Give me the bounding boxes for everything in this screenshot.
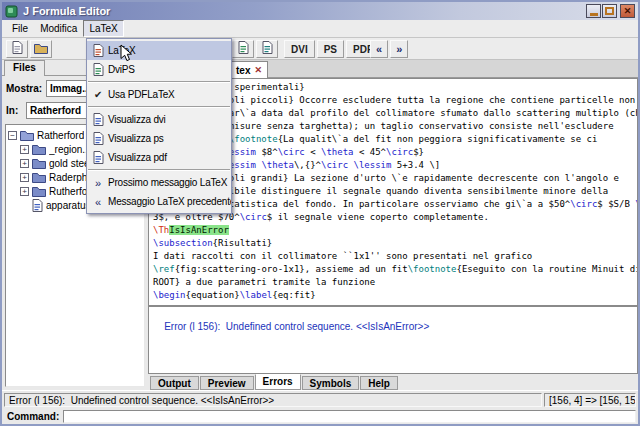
menu-separator bbox=[88, 81, 230, 83]
menu-item-label: Visualizza dvi bbox=[106, 114, 166, 125]
code-line: \ref{fig:scattering-oro-1x1}, assieme ad… bbox=[153, 263, 637, 276]
code-line: \subsection{Risultati} bbox=[153, 237, 637, 250]
app-window: J Formula Editor ✕ FileModificaLaTeX DVI… bbox=[0, 0, 640, 426]
menu-item-messaggio-latex-precedente[interactable]: «Messaggio LaTeX precedente bbox=[87, 192, 231, 211]
maximize-button[interactable] bbox=[602, 4, 617, 18]
code-text: $ $S/B bbox=[597, 199, 635, 209]
code-text: \lessim bbox=[354, 160, 392, 170]
code-text: \footnote bbox=[408, 264, 457, 274]
titlebar[interactable]: J Formula Editor ✕ bbox=[2, 2, 638, 20]
toolbar-ps-button[interactable]: PS bbox=[317, 40, 344, 58]
tree-expand-handle[interactable]: + bbox=[20, 173, 29, 182]
code-line: \ThIsIsAnError bbox=[153, 224, 637, 237]
toolbar-previous-message-button[interactable]: « bbox=[370, 40, 388, 58]
dvips-file-icon bbox=[90, 63, 106, 76]
toolbar-run-dvips-button[interactable] bbox=[256, 40, 278, 58]
code-text: \theta bbox=[261, 160, 294, 170]
menu-item-label: Prossimo messaggio LaTeX bbox=[106, 177, 227, 188]
code-text: {equation} bbox=[186, 290, 240, 300]
editor-tab-label: tex bbox=[236, 65, 250, 76]
status-selection-range: [156, 4] => [156, 15] bbox=[544, 393, 636, 407]
menu-item-label: Usa PDFLaTeX bbox=[106, 89, 175, 100]
error-output[interactable]: Error (l 156): Undefined control sequenc… bbox=[148, 306, 638, 374]
menu-latex[interactable]: LaTeX bbox=[83, 20, 123, 37]
bottom-tabbar: OutputPreviewErrorsSymbolsHelp bbox=[148, 374, 638, 390]
folder-icon bbox=[32, 158, 46, 169]
tree-expand-handle[interactable]: + bbox=[20, 159, 29, 168]
tab-help[interactable]: Help bbox=[360, 376, 398, 390]
menu-item-visualizza-pdf[interactable]: Visualizza pdf bbox=[87, 148, 231, 167]
menu-separator bbox=[88, 106, 230, 108]
tab-errors[interactable]: Errors bbox=[255, 374, 301, 390]
code-text: {Angoli grandi} La sezione d'urto \`e ra… bbox=[207, 173, 619, 183]
toolbar-next-message-button[interactable]: » bbox=[390, 40, 408, 58]
latex-dropdown-menu: LaTeXDviPS✔Usa PDFLaTeXVisualizza dviVis… bbox=[86, 38, 232, 214]
code-line: ROOT} a due parametri tramite la funzion… bbox=[153, 276, 637, 289]
code-text: \circ bbox=[386, 147, 413, 157]
tree-collapse-handle[interactable]: − bbox=[8, 131, 17, 140]
tab-output[interactable]: Output bbox=[150, 376, 199, 390]
code-text: \ref bbox=[153, 264, 175, 274]
tab-files[interactable]: Files bbox=[4, 60, 45, 76]
close-tab-icon[interactable]: ✕ bbox=[254, 66, 262, 75]
folder-icon bbox=[32, 144, 46, 155]
toolbar-file-group bbox=[6, 39, 52, 59]
next-arrows-icon: » bbox=[90, 177, 106, 189]
check-icon: ✔ bbox=[90, 89, 106, 100]
code-text: {Eseguito con la routine Minuit di bbox=[456, 264, 638, 274]
tab-symbols[interactable]: Symbols bbox=[302, 376, 360, 390]
tree-expand-handle[interactable]: + bbox=[20, 187, 29, 196]
menu-item-prossimo-messaggio-latex[interactable]: »Prossimo messaggio LaTeX bbox=[87, 173, 231, 192]
menu-item-label: Visualizza pdf bbox=[106, 152, 167, 163]
menu-item-label: DviPS bbox=[106, 64, 135, 75]
minimize-button[interactable] bbox=[586, 4, 601, 18]
tree-item-label: _region... bbox=[49, 144, 91, 155]
toolbar-dvi-button[interactable]: DVI bbox=[284, 40, 315, 58]
toolbar-new-button[interactable] bbox=[6, 40, 28, 58]
code-text: \begin bbox=[153, 290, 186, 300]
maximize-icon bbox=[605, 7, 614, 15]
command-label: Command: bbox=[4, 411, 59, 422]
menu-item-visualizza-dvi[interactable]: Visualizza dvi bbox=[87, 110, 231, 129]
view-file-icon bbox=[90, 113, 106, 126]
latex-file-icon bbox=[90, 44, 106, 57]
menu-item-visualizza-ps[interactable]: Visualizza ps bbox=[87, 129, 231, 148]
menu-item-label: Visualizza ps bbox=[106, 133, 164, 144]
code-text: \,{}^ bbox=[294, 160, 321, 170]
mostra-label: Mostra: bbox=[6, 83, 42, 94]
menu-file[interactable]: File bbox=[6, 20, 34, 37]
close-button[interactable]: ✕ bbox=[620, 4, 635, 18]
menubar: FileModificaLaTeX bbox=[2, 20, 638, 38]
toolbar-nav-group: «» bbox=[370, 39, 408, 59]
tree-expand-handle[interactable]: + bbox=[20, 145, 29, 154]
command-input[interactable] bbox=[63, 410, 636, 423]
status-message: Error (l 156): Undefined control sequenc… bbox=[4, 393, 542, 407]
code-text: < bbox=[305, 147, 321, 157]
code-text: \subsection bbox=[153, 238, 213, 248]
code-text: \circ bbox=[321, 160, 348, 170]
code-text: \circ bbox=[278, 147, 305, 157]
menu-item-usa-pdflatex[interactable]: ✔Usa PDFLaTeX bbox=[87, 85, 231, 104]
menu-item-latex[interactable]: LaTeX bbox=[87, 41, 231, 60]
code-text: 5+3.4 \] bbox=[391, 160, 440, 170]
toolbar-run-latex-button[interactable] bbox=[232, 40, 254, 58]
tree-item-label: Ratherford bbox=[37, 130, 84, 141]
statusbar: Error (l 156): Undefined control sequenc… bbox=[2, 390, 638, 408]
view-file-icon bbox=[90, 151, 106, 164]
code-text: < 45^ bbox=[354, 147, 387, 157]
menu-item-label: Messaggio LaTeX precedente bbox=[106, 196, 231, 207]
code-text: \circ bbox=[570, 199, 597, 209]
menu-item-dvips[interactable]: DviPS bbox=[87, 60, 231, 79]
code-text: {Angoli piccoli} Occorre escludere tutta… bbox=[207, 95, 635, 105]
run-latex-icon bbox=[238, 40, 249, 58]
toolbar-open-button[interactable] bbox=[30, 40, 52, 58]
in-label: In: bbox=[6, 105, 18, 116]
tab-preview[interactable]: Preview bbox=[200, 376, 254, 390]
view-file-icon bbox=[90, 132, 106, 145]
code-text: \theta bbox=[321, 147, 354, 157]
code-text: $ il segnale viene coperto completamente… bbox=[267, 212, 489, 222]
code-text: $8^ bbox=[256, 147, 278, 157]
menu-modifica[interactable]: Modifica bbox=[34, 20, 83, 37]
code-text: \sim bbox=[635, 199, 638, 209]
code-text: {La qualit\`a del fit non peggiora signi… bbox=[278, 134, 598, 144]
